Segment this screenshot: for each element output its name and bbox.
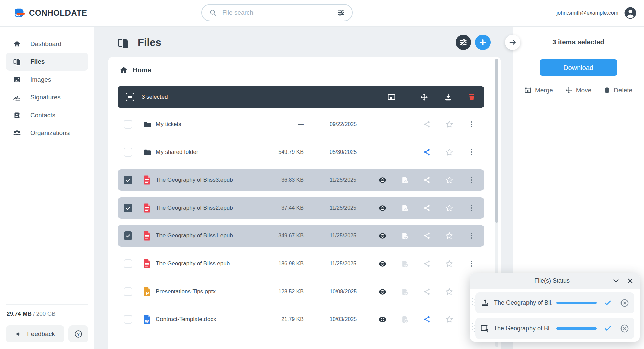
user-email: john.smith@example.com — [557, 10, 618, 16]
avatar[interactable] — [624, 7, 637, 19]
favorite-button[interactable] — [445, 315, 454, 324]
status-panel-body: The Geography of Bli...The Geography of … — [470, 289, 640, 339]
breadcrumb[interactable]: Home — [119, 66, 151, 74]
more-options-button[interactable] — [467, 232, 475, 240]
sidebar-item-files[interactable]: Files — [6, 53, 88, 71]
merge-frame-icon — [524, 87, 532, 94]
cancel-item-button[interactable] — [620, 324, 629, 333]
share-button[interactable] — [423, 288, 431, 296]
panel-move-button[interactable]: Move — [565, 86, 591, 94]
file-row[interactable]: PPresentations-Tips.pptx128.52 KB10/08/2… — [118, 281, 484, 302]
sidebar-item-images[interactable]: Images — [6, 71, 88, 88]
share-button[interactable] — [423, 315, 431, 323]
search-filter-icon[interactable] — [337, 9, 345, 17]
list-filter-button[interactable] — [456, 35, 471, 50]
favorite-button[interactable] — [445, 176, 454, 184]
file-date: 10/08/2025 — [327, 289, 377, 295]
favorite-button[interactable] — [445, 231, 454, 240]
collapse-panel-button[interactable] — [505, 35, 520, 50]
file-check-button[interactable] — [401, 288, 409, 296]
file-check-button[interactable] — [401, 204, 409, 212]
file-check-button[interactable] — [401, 260, 409, 268]
favorite-button[interactable] — [445, 204, 454, 212]
progress-bar — [556, 302, 597, 304]
sidebar-item-signatures[interactable]: Signatures — [6, 88, 88, 106]
sidebar-item-organizations[interactable]: Organizations — [6, 124, 88, 142]
preview-button[interactable] — [378, 315, 387, 324]
favorite-button[interactable] — [445, 120, 454, 129]
file-list: My tickets—09/22/2025My shared folder549… — [118, 114, 484, 337]
file-row[interactable]: WContract-Template.docx21.79 KB10/03/202… — [118, 309, 484, 330]
share-button[interactable] — [423, 232, 431, 240]
preview-button[interactable] — [378, 259, 387, 268]
file-row[interactable]: The Geography of Bliss.epub186.98 KB11/2… — [118, 253, 484, 274]
panel-delete-button[interactable]: Delete — [603, 86, 632, 94]
more-options-button[interactable] — [467, 176, 475, 184]
file-size: 349.67 KB — [267, 233, 304, 239]
sidebar-item-label: Files — [30, 58, 45, 66]
share-button[interactable] — [423, 260, 431, 268]
file-row[interactable]: My shared folder549.79 KB05/30/2025 — [118, 141, 484, 163]
file-row[interactable]: The Geography of Bliss1.epub349.67 KB11/… — [118, 225, 484, 247]
preview-button[interactable] — [378, 204, 387, 213]
feedback-button[interactable]: Feedback — [6, 325, 64, 342]
delete-button[interactable] — [467, 93, 476, 101]
brand-logo[interactable]: CONHOLDATE — [15, 0, 87, 26]
download-button[interactable] — [444, 93, 453, 102]
scrollbar-thumb[interactable] — [495, 59, 498, 223]
favorite-button[interactable] — [445, 148, 454, 157]
share-button[interactable] — [423, 204, 431, 212]
panel-download-button[interactable]: Download — [540, 59, 617, 76]
row-checkbox[interactable] — [124, 287, 132, 296]
sidebar-item-dashboard[interactable]: Dashboard — [6, 35, 88, 53]
row-checkbox[interactable] — [124, 176, 132, 184]
row-actions — [377, 231, 478, 241]
share-button[interactable] — [423, 176, 431, 184]
file-check-button[interactable] — [401, 315, 409, 324]
more-options-button[interactable] — [467, 120, 475, 128]
file-row[interactable]: My tickets—09/22/2025 — [118, 114, 484, 135]
sidebar-item-contacts[interactable]: Contacts — [6, 106, 88, 124]
row-checkbox[interactable] — [124, 315, 132, 324]
move-button[interactable] — [420, 93, 429, 102]
row-checkbox[interactable] — [124, 120, 132, 129]
share-button[interactable] — [423, 148, 431, 156]
help-button[interactable]: ? — [68, 325, 88, 342]
more-options-button[interactable] — [467, 148, 475, 156]
file-row[interactable]: The Geography of Bliss3.epub36.83 KB11/2… — [118, 169, 484, 191]
file-row[interactable]: The Geography of Bliss2.epub37.44 KB11/2… — [118, 197, 484, 219]
file-check-button[interactable] — [401, 176, 409, 184]
panel-action-label: Merge — [535, 87, 553, 94]
progress-bar — [556, 327, 597, 330]
more-options-button[interactable] — [467, 204, 475, 212]
panel-merge-button[interactable]: Merge — [524, 86, 553, 94]
add-file-button[interactable] — [475, 35, 491, 50]
search-input[interactable] — [222, 9, 332, 17]
file-status-panel: File(s) Status The Geography of Bli...Th… — [470, 273, 640, 342]
status-close-button[interactable] — [626, 277, 634, 285]
status-minimize-button[interactable] — [612, 276, 620, 285]
row-checkbox[interactable] — [124, 148, 132, 157]
share-button[interactable] — [423, 120, 431, 128]
preview-button[interactable] — [378, 176, 387, 185]
file-check-button[interactable] — [401, 232, 409, 240]
row-checkbox[interactable] — [124, 231, 132, 240]
file-type-icon-pptx: P — [143, 287, 151, 297]
merge-button[interactable] — [387, 93, 396, 101]
preview-button[interactable] — [378, 287, 387, 296]
check-icon — [604, 299, 612, 307]
cancel-item-button[interactable] — [620, 298, 629, 308]
select-all-checkbox[interactable] — [126, 93, 134, 101]
home-icon — [13, 40, 21, 48]
file-date: 10/03/2025 — [327, 316, 377, 322]
more-options-button[interactable] — [467, 260, 475, 268]
file-type-icon-epub — [143, 203, 151, 213]
row-checkbox[interactable] — [124, 204, 132, 212]
favorite-button[interactable] — [445, 287, 454, 296]
close-icon — [626, 277, 634, 285]
user-account[interactable]: john.smith@example.com — [557, 0, 637, 26]
row-checkbox[interactable] — [124, 259, 132, 268]
preview-button[interactable] — [378, 231, 387, 241]
favorite-button[interactable] — [445, 259, 454, 268]
breadcrumb-label: Home — [133, 66, 151, 74]
